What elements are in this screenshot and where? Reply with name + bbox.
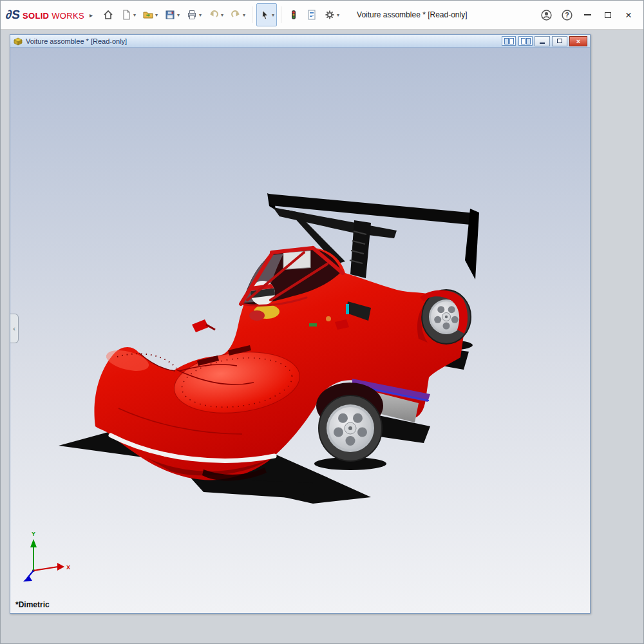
- triad-x-label: X: [66, 564, 70, 571]
- menu-flyout-arrow[interactable]: ▸: [90, 12, 93, 19]
- user-account-icon: [540, 9, 553, 21]
- file-properties-icon: [306, 9, 317, 21]
- toolbar-separator: [281, 6, 281, 23]
- solidworks-logo: ∂S SOLIDWORKS: [6, 8, 84, 22]
- print-icon: [186, 9, 198, 21]
- print-button[interactable]: ▾: [184, 3, 204, 26]
- redo-button[interactable]: ▾: [227, 3, 248, 26]
- restore-icon: [557, 39, 562, 43]
- print-dropdown[interactable]: ▾: [199, 12, 202, 18]
- help-icon: ?: [561, 9, 573, 21]
- open-dropdown[interactable]: ▾: [155, 12, 158, 18]
- svg-text:?: ?: [565, 11, 569, 19]
- featuremanager-collapse-tab[interactable]: ‹: [10, 314, 19, 343]
- brand-solid: SOLID: [23, 11, 49, 21]
- assembly-icon: [13, 36, 23, 46]
- pane-toggle-left-button[interactable]: [502, 36, 516, 46]
- document-title: Voiture assomblee * [Read-only]: [26, 37, 127, 45]
- pane-glyph: [526, 38, 531, 44]
- undo-icon: [208, 9, 220, 21]
- front-wheel: [316, 383, 383, 461]
- close-window-button[interactable]: ×: [619, 5, 638, 24]
- rebuild-trafficlight-icon: [288, 9, 299, 21]
- undo-button[interactable]: ▾: [205, 3, 226, 26]
- pane-glyph: [509, 38, 514, 44]
- document-minimize-button[interactable]: [535, 36, 550, 46]
- model-scene: Y X: [10, 48, 590, 613]
- gear-icon: [324, 9, 336, 21]
- new-document-button[interactable]: ▾: [118, 3, 138, 26]
- select-cursor-icon: [259, 9, 270, 21]
- triad-y-label: Y: [32, 531, 35, 537]
- file-properties-button[interactable]: [303, 3, 320, 26]
- document-titlebar[interactable]: Voiture assomblee * [Read-only] ×: [10, 35, 590, 48]
- home-button[interactable]: [100, 3, 117, 26]
- toolbar-separator: [252, 6, 252, 23]
- select-dropdown[interactable]: ▾: [272, 12, 274, 18]
- options-button[interactable]: ▾: [321, 3, 342, 26]
- view-orientation-label: *Dimetric: [15, 600, 50, 609]
- solidworks-window: ∂S SOLIDWORKS ▸ ▾ ▾ ▾ ▾ ▾ ▾: [0, 0, 644, 644]
- 3d-viewport[interactable]: Y X ‹ *Dimetric: [10, 48, 590, 613]
- minimize-icon: [584, 14, 591, 15]
- pane-glyph: [504, 38, 509, 44]
- main-toolbar: ∂S SOLIDWORKS ▸ ▾ ▾ ▾ ▾ ▾ ▾: [1, 1, 643, 30]
- account-button[interactable]: [536, 5, 556, 24]
- maximize-icon: [605, 12, 611, 18]
- brand-works: WORKS: [52, 11, 84, 21]
- rebuild-button[interactable]: [285, 3, 302, 26]
- open-folder-icon: [142, 9, 154, 21]
- minimize-icon: [540, 43, 545, 44]
- save-icon: [164, 9, 176, 21]
- save-button[interactable]: ▾: [162, 3, 182, 26]
- pane-toggle-right-button[interactable]: [518, 36, 533, 46]
- minimize-window-button[interactable]: [578, 5, 597, 24]
- close-icon: ×: [625, 10, 632, 21]
- open-button[interactable]: ▾: [140, 3, 160, 26]
- options-dropdown[interactable]: ▾: [337, 12, 339, 18]
- active-document-title: Voiture assomblee * [Read-only]: [357, 10, 467, 19]
- document-close-button[interactable]: ×: [569, 36, 587, 46]
- 3ds-logo-icon: ∂S: [5, 8, 21, 22]
- home-icon: [102, 9, 114, 21]
- orientation-triad[interactable]: Y X: [23, 531, 70, 582]
- maximize-window-button[interactable]: [598, 5, 618, 24]
- pane-glyph: [521, 38, 526, 44]
- new-document-icon: [120, 9, 132, 21]
- document-restore-button[interactable]: [552, 36, 567, 46]
- undo-dropdown[interactable]: ▾: [221, 12, 223, 18]
- save-dropdown[interactable]: ▾: [177, 12, 180, 18]
- select-tool-button[interactable]: ▾: [256, 3, 277, 26]
- close-icon: ×: [576, 37, 580, 45]
- redo-dropdown[interactable]: ▾: [243, 12, 245, 18]
- help-button[interactable]: ?: [557, 5, 576, 24]
- new-document-dropdown[interactable]: ▾: [133, 12, 136, 18]
- document-window: Voiture assomblee * [Read-only] ×: [10, 34, 591, 614]
- redo-icon: [230, 9, 242, 21]
